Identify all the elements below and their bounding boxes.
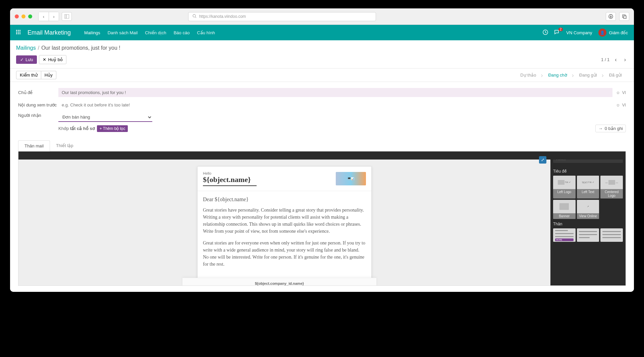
email-body-block[interactable]: Dear ${object.name} Great stories have p… [198,191,371,278]
status-queue[interactable]: Đang chờ [542,70,573,80]
preview-input[interactable] [58,100,612,109]
svg-point-2 [193,14,196,17]
test-button[interactable]: Kiểm thử [16,71,41,79]
subject-input[interactable] [58,88,612,97]
recipient-model-select[interactable]: Đơn bán hàng [58,113,152,122]
company-name[interactable]: VN Company [566,30,592,35]
app-window: ‹ › https://kanota.viindoo.com Email Mar… [10,8,634,292]
apps-icon[interactable] [16,30,21,36]
email-header-block[interactable]: Hello ${object.name} 🖥️📊 [198,167,371,191]
email-p1: Great stories have personality. Consider… [203,207,366,235]
messages-badge: 2 [558,28,563,31]
block-left-logo[interactable]: f in ✓ Left Logo [553,176,576,198]
block-centered-logo[interactable]: —— Centered Logo [600,176,623,198]
email-object-name: ${object.name} [203,175,336,184]
nav-campaigns[interactable]: Chiến dịch [145,30,166,35]
record-count[interactable]: → 0 bản ghi [595,125,626,132]
nav-lists[interactable]: Danh sách Mail [108,30,138,35]
sidebar-toggle-icon[interactable] [62,12,72,21]
close-window-icon[interactable] [15,14,19,18]
arrow-right-icon: → [598,126,603,131]
block-left-text[interactable]: TEXTf in ✓ Left Text [577,176,599,198]
nav-config[interactable]: Cấu hình [197,30,215,35]
header-blocks-grid: f in ✓ Left Logo TEXTf in ✓ Left Text ——… [553,176,623,219]
nav-reports[interactable]: Báo cáo [174,30,190,35]
svg-rect-0 [64,14,69,18]
browser-chrome: ‹ › https://kanota.viindoo.com [10,8,634,25]
breadcrumb: Mailings / Our last promotions, just for… [10,40,634,54]
activity-icon[interactable] [543,30,548,36]
pager-next[interactable]: › [622,55,628,64]
email-p2: Great stories are for everyone even when… [203,239,366,268]
svg-rect-6 [624,16,626,18]
block-label: Left Text [577,189,599,195]
subject-lang[interactable]: ☺ VI [616,90,626,95]
preview-label: Nội dung xem trước [18,102,58,107]
image-icon [608,180,615,185]
forward-button[interactable]: › [49,12,59,21]
block-label: Centered Logo [600,189,623,198]
email-dear: Dear ${object.name} [203,196,366,203]
tab-settings[interactable]: Thiết lập [50,140,79,151]
recipients-label: Người nhận [18,113,58,118]
email-canvas[interactable]: Hello ${object.name} 🖥️📊 Dear ${object.n… [197,166,372,285]
lang-label: VI [622,90,626,95]
user-menu[interactable]: 👤 Giám đốc [598,29,628,37]
block-body-2[interactable] [577,228,599,242]
app-header: Email Marketing Mailings Danh sách Mail … [10,25,634,40]
block-banner[interactable]: Banner [553,200,576,219]
email-header-rule [203,185,257,186]
svg-rect-12 [19,32,20,33]
block-body-3[interactable] [600,228,623,242]
save-button[interactable]: ✓ Lưu [16,55,37,64]
status-sent[interactable]: Đã gửi [603,70,628,80]
traffic-lights [15,14,32,18]
copy-tab-icon[interactable] [619,12,629,21]
plus-icon: + [100,126,102,131]
pager-prev[interactable]: ‹ [613,55,619,64]
nav-back-forward: ‹ › [38,12,59,21]
status-draft[interactable]: Dự thảo [514,70,542,80]
email-editor: ⤢ Hello ${object.name} 🖥️📊 Dear ${object… [18,151,626,286]
preview-lang[interactable]: ☺ VI [616,103,626,107]
breadcrumb-root[interactable]: Mailings [16,45,36,51]
discard-button[interactable]: ✕ Huỷ bỏ [39,55,66,64]
email-footer-block[interactable]: ${object.company_id.name} ${object.compa… [182,278,376,285]
recipients-content: Đơn bán hàng Khớp tất cả hồ sơ + Thêm bộ… [58,113,626,132]
add-filter-button[interactable]: + Thêm bộ lọc [97,125,128,132]
url-text: https://kanota.viindoo.com [199,14,246,19]
tab-body[interactable]: Thân mail [18,140,50,151]
minimize-window-icon[interactable] [21,14,25,18]
messages-icon[interactable]: 2 [554,30,560,36]
block-label: Banner [553,213,576,219]
header-right: 2 VN Company 👤 Giám đốc [543,29,628,37]
email-header-image[interactable]: 🖥️📊 [336,172,366,185]
svg-rect-13 [16,33,17,34]
svg-rect-15 [19,33,20,34]
block-body-1[interactable]: MORE [553,228,576,242]
body-blocks-grid: MORE [553,228,623,242]
block-panel: Tiêu đề f in ✓ Left Logo TEXTf in ✓ Left… [550,151,626,285]
maximize-window-icon[interactable] [28,14,32,18]
email-header-text: Hello ${object.name} [203,171,336,186]
status-sending[interactable]: Đang gửi [573,70,603,80]
chrome-right [606,12,629,21]
block-view-online[interactable]: ↗ View Online [577,200,599,219]
breadcrumb-current: Our last promotions, just for you ! [41,45,120,51]
search-icon [193,14,197,19]
back-button[interactable]: ‹ [39,12,49,21]
cancel-button[interactable]: Hủy [41,71,56,79]
downloads-icon[interactable] [606,12,616,21]
filter-row: Khớp tất cả hồ sơ + Thêm bộ lọc → 0 bản … [58,125,626,132]
svg-rect-14 [18,33,19,34]
expand-icon[interactable]: ⤢ [539,156,546,164]
preview-input-wrap: ☺ VI [58,100,626,109]
subject-input-wrap: ☺ VI [58,88,626,97]
sub-button-group: Kiểm thử Hủy [16,71,56,79]
nav-mailings[interactable]: Mailings [84,30,100,35]
editor-canvas-area[interactable]: Hello ${object.name} 🖥️📊 Dear ${object.n… [18,151,550,285]
avatar: 👤 [598,29,606,37]
image-icon [558,180,565,185]
emoji-icon: ☺ [616,103,620,107]
url-bar[interactable]: https://kanota.viindoo.com [188,12,376,21]
